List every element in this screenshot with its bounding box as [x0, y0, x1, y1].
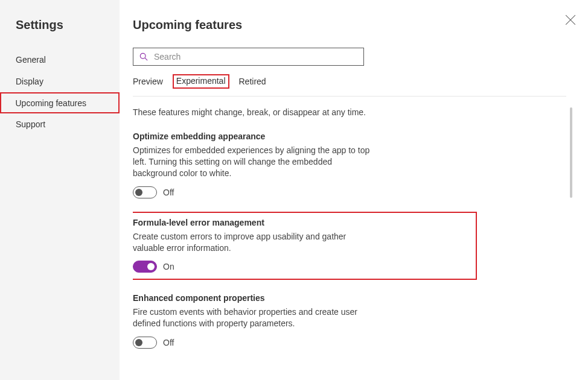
feature-description: Create custom errors to improve app usab…	[133, 231, 374, 254]
scrollbar[interactable]	[570, 107, 572, 198]
page-title: Upcoming features	[133, 18, 566, 32]
toggle[interactable]	[133, 337, 157, 349]
feature-toggle-row: Off	[133, 186, 471, 198]
toggle-state-label: Off	[163, 188, 174, 197]
toggle-knob	[135, 339, 142, 346]
feature-title: Optimize embedding appearance	[133, 131, 374, 141]
sidebar-item-upcoming-features[interactable]: Upcoming features	[0, 92, 120, 113]
sidebar-title: Settings	[0, 18, 120, 32]
feature-optimize-embedding-appearance: Optimize embedding appearanceOptimizes f…	[133, 131, 471, 198]
feature-enhanced-component-properties: Enhanced component propertiesFire custom…	[133, 293, 471, 349]
sidebar: Settings GeneralDisplayUpcoming features…	[0, 0, 120, 380]
toggle-state-label: On	[163, 262, 174, 271]
sidebar-item-general[interactable]: General	[0, 49, 120, 71]
tab-note: These features might change, break, or d…	[133, 107, 471, 117]
svg-point-2	[140, 53, 145, 59]
feature-formula-level-error-management: Formula-level error managementCreate cus…	[133, 212, 477, 280]
feature-scroll: These features might change, break, or d…	[133, 107, 566, 361]
search-input[interactable]	[153, 51, 357, 62]
tab-experimental[interactable]: Experimental	[173, 77, 229, 96]
toggle-knob	[147, 263, 155, 270]
search-field[interactable]	[133, 48, 364, 66]
main-panel: Upcoming features PreviewExperimentalRet…	[120, 0, 588, 380]
feature-title: Formula-level error management	[133, 218, 374, 227]
sidebar-item-support[interactable]: Support	[0, 113, 120, 135]
search-icon	[139, 52, 148, 61]
sidebar-item-display[interactable]: Display	[0, 71, 120, 92]
svg-line-3	[145, 58, 147, 60]
toggle-state-label: Off	[163, 338, 174, 347]
toggle[interactable]	[133, 261, 157, 273]
close-button[interactable]	[565, 14, 577, 27]
toggle[interactable]	[133, 186, 157, 198]
tab-row: PreviewExperimentalRetired	[133, 77, 566, 97]
feature-description: Fire custom events with behavior propert…	[133, 306, 374, 329]
tab-preview[interactable]: Preview	[133, 77, 163, 96]
tab-retired[interactable]: Retired	[239, 77, 266, 96]
feature-toggle-row: Off	[133, 337, 471, 349]
feature-description: Optimizes for embedded experiences by al…	[133, 145, 374, 179]
toggle-knob	[135, 189, 142, 196]
feature-title: Enhanced component properties	[133, 293, 374, 303]
feature-toggle-row: On	[133, 261, 471, 273]
